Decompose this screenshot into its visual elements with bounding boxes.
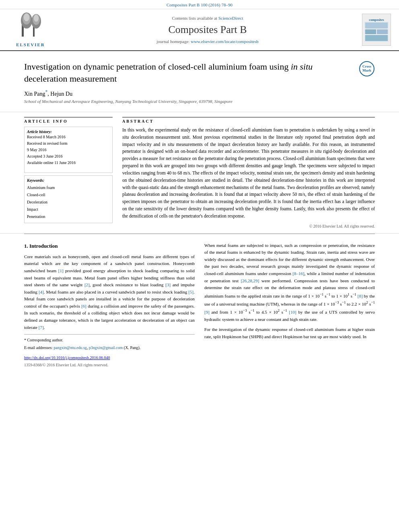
title-italic: in situ [291, 62, 313, 72]
journal-title: Composites Part B [168, 24, 247, 36]
email2-link[interactable]: p3ngxin@gmail.com [89, 345, 123, 350]
cover-graphic [364, 22, 389, 42]
elsevier-logo: ELSEVIER [16, 12, 45, 47]
copyright: © 2016 Elsevier Ltd. All rights reserved… [122, 224, 375, 228]
elsevier-text: ELSEVIER [16, 42, 45, 47]
col1-paragraph1: Core materials such as honeycomb, open a… [24, 253, 195, 331]
revised-date: 9 May 2016 [27, 147, 110, 153]
revised-label: Received in revised form [27, 140, 110, 147]
col2-paragraph2: For the investigation of the dynamic res… [204, 326, 375, 340]
abstract-column: Abstract In this work, the experimental … [122, 117, 375, 228]
received-date: Received 8 March 2016 [27, 134, 110, 140]
authors: Xin Pang*, Hejun Du [24, 89, 375, 97]
email-label: E-mail addresses: [24, 345, 53, 350]
svg-rect-12 [365, 35, 388, 41]
svg-rect-4 [33, 27, 35, 37]
header-section: ELSEVIER Contents lists available at Sci… [0, 9, 399, 51]
ref-26-link[interactable]: [26,28,29] [241, 278, 259, 283]
article-info-heading: Article Info [24, 117, 113, 123]
section1-title: Introduction [29, 243, 58, 249]
elsevier-tree-icon [19, 12, 43, 41]
homepage-url[interactable]: www.elsevier.com/locate/compositesb [191, 39, 259, 44]
ref-3-link[interactable]: [3] [165, 282, 171, 287]
svg-rect-11 [377, 29, 388, 34]
section1-num: 1. [24, 243, 28, 249]
homepage-prefix: journal homepage: [156, 39, 191, 44]
corresponding-text: * Corresponding author. [24, 338, 63, 342]
doi-section: http://dx.doi.org/10.1016/j.jcompositesb… [24, 355, 195, 368]
accepted-date: Accepted 3 June 2016 [27, 153, 110, 160]
email-line: E-mail addresses: pangxin@ntu.edu.sg, p3… [24, 345, 195, 351]
sciencedirect-link[interactable]: ScienceDirect [218, 16, 243, 21]
article-info-abstract-section: Article Info Article history: Received 8… [0, 112, 399, 234]
keyword-5: Penetration [27, 213, 110, 220]
elsevier-logo-container: ELSEVIER [6, 12, 55, 47]
crossmark-badge: Cross Mark [359, 61, 375, 80]
keyword-2: Closed-cell [27, 191, 110, 199]
keywords-box: Keywords: Aluminium foam Closed-cell Dec… [24, 175, 113, 223]
keywords-list: Aluminium foam Closed-cell Deceleration … [27, 184, 110, 220]
ref-6-link[interactable]: [6] [81, 304, 86, 308]
ref-10-link[interactable]: [10] [289, 310, 296, 314]
svg-text:Cross: Cross [362, 64, 371, 68]
body-columns: 1. Introduction Core materials such as h… [24, 242, 375, 368]
crossmark-icon: Cross Mark [359, 61, 375, 77]
article-history-box: Article history: Received 8 March 2016 R… [24, 127, 113, 173]
header-center: Contents lists available at ScienceDirec… [55, 12, 360, 47]
title-part1: Investigation on dynamic penetration of … [24, 62, 291, 72]
article-title-text: Investigation on dynamic penetration of … [24, 61, 354, 84]
svg-rect-10 [365, 29, 376, 34]
corresponding-note: * Corresponding author. [24, 337, 195, 343]
doi-link-line: http://dx.doi.org/10.1016/j.jcompositesb… [24, 355, 195, 361]
ref-8-16-link[interactable]: [8–16] [292, 271, 304, 276]
page: Composites Part B 100 (2016) 78–90 ELSEV… [0, 0, 399, 532]
available-date: Available online 11 June 2016 [27, 160, 110, 166]
footnote-divider: * Corresponding author. E-mail addresses… [24, 334, 195, 351]
body-column-left: 1. Introduction Core materials such as h… [24, 242, 195, 368]
ref-9-link[interactable]: [9] [204, 310, 210, 314]
section1-heading: 1. Introduction [24, 242, 195, 250]
col2-paragraph1: When metal foams are subjected to impact… [204, 242, 375, 323]
ref-1-link[interactable]: [1] [58, 268, 64, 273]
svg-rect-9 [365, 23, 388, 29]
history-label: Article history: [27, 129, 110, 134]
article-title-section: Investigation on dynamic penetration of … [0, 51, 399, 112]
title-suffix: deceleration measurement [24, 74, 117, 84]
rights-line: 1359-8368/© 2016 Elsevier Ltd. All right… [24, 362, 195, 368]
article-history: Article history: Received 8 March 2016 R… [27, 129, 110, 166]
svg-point-3 [24, 13, 29, 21]
affiliation: School of Mechanical and Aerospace Engin… [24, 99, 375, 104]
journal-cover-image: composites [362, 14, 391, 46]
keyword-1: Aluminium foam [27, 184, 110, 191]
article-title: Investigation on dynamic penetration of … [24, 61, 375, 84]
contents-prefix: Contents lists available at [172, 16, 218, 21]
history-dates: Received 8 March 2016 Received in revise… [27, 134, 110, 166]
ref-8-link[interactable]: [8] [358, 293, 363, 298]
ref-4-link[interactable]: [4] [39, 290, 44, 294]
keyword-3: Deceleration [27, 199, 110, 206]
journal-thumbnail: composites [360, 12, 393, 47]
ref-5-link[interactable]: [5] [188, 290, 193, 294]
journal-bar: Composites Part B 100 (2016) 78–90 [0, 0, 399, 9]
article-info-column: Article Info Article history: Received 8… [24, 117, 113, 228]
email1-link[interactable]: pangxin@ntu.edu.sg [53, 345, 87, 350]
journal-homepage-line: journal homepage: www.elsevier.com/locat… [156, 39, 258, 44]
doi-link[interactable]: http://dx.doi.org/10.1016/j.jcompositesb… [24, 355, 110, 360]
svg-point-7 [34, 14, 39, 22]
ref-7-link[interactable]: [7] [39, 325, 44, 330]
journal-citation: Composites Part B 100 (2016) 78–90 [167, 2, 232, 7]
ref-2-link[interactable]: [2] [84, 282, 90, 287]
abstract-text: In this work, the experimental study on … [122, 127, 375, 220]
author-names: Xin Pang*, Hejun Du [24, 91, 72, 97]
email-suffix: (X. Pang). [123, 345, 140, 350]
main-body: 1. Introduction Core materials such as h… [0, 234, 399, 376]
keyword-4: Impact [27, 206, 110, 213]
body-column-right: When metal foams are subjected to impact… [204, 242, 375, 368]
keywords-label: Keywords: [27, 178, 110, 183]
sciencedirect-link-line: Contents lists available at ScienceDirec… [172, 16, 243, 21]
svg-text:Mark: Mark [362, 68, 371, 72]
abstract-heading: Abstract [122, 117, 375, 123]
